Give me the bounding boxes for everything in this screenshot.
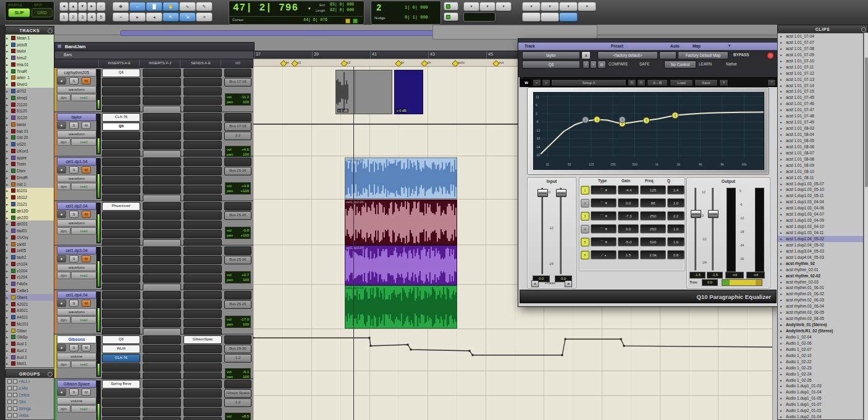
track-name[interactable]: cel1.dp1.04	[57, 158, 96, 166]
volume-pan-readout[interactable]: vol-11.2pan100	[225, 93, 251, 106]
empty-insert-slot[interactable]	[143, 291, 181, 300]
clip-disclosure-icon[interactable]: ▸	[780, 248, 782, 254]
zoom-icon-button[interactable]: ⌕	[96, 2, 106, 11]
clips-list-item[interactable]: ▸acst rhythm.03_06-05	[778, 309, 863, 316]
empty-insert-slot[interactable]	[143, 122, 181, 131]
empty-insert-slot[interactable]	[143, 132, 181, 140]
band-enable-button[interactable]: 4	[581, 225, 589, 233]
empty-insert-slot[interactable]	[183, 345, 222, 353]
empty-insert-slot[interactable]	[143, 309, 181, 318]
group-enable-icon[interactable]	[7, 413, 12, 418]
clips-scrollbar[interactable]	[864, 33, 868, 420]
clip-disclosure-icon[interactable]: ▸	[780, 353, 782, 359]
clips-list-item[interactable]: ▸acst 1.01_07-12	[778, 70, 863, 77]
empty-insert-slot[interactable]	[183, 211, 222, 220]
track-header[interactable]: cel1.dp3.04●SMwaveformdynreadBus 25-26vo…	[54, 246, 253, 290]
band-type-selector[interactable]: ⌒ ▾	[591, 185, 617, 195]
clip-disclosure-icon[interactable]: ▸	[780, 261, 782, 267]
track-mute-button[interactable]: M	[82, 300, 91, 307]
clip-disclosure-icon[interactable]: ▸	[780, 144, 782, 150]
empty-insert-slot[interactable]	[143, 230, 181, 238]
tracks-list-item[interactable]: ▸GibSp	[6, 334, 54, 340]
groups-list-item[interactable]: Strings	[6, 405, 54, 412]
track-automation-mode[interactable]: read	[71, 138, 96, 146]
track-show-icon[interactable]: ▸	[6, 262, 10, 266]
column-header-inserts-fj[interactable]: INSERTS F-J	[139, 59, 180, 67]
track-dyn-button[interactable]: dyn	[57, 183, 70, 190]
io-input-selector[interactable]	[224, 246, 251, 255]
empty-insert-slot[interactable]	[143, 398, 181, 407]
track-show-icon[interactable]: ▸	[6, 222, 10, 226]
track-automation-mode[interactable]: read	[71, 94, 96, 101]
clip-disclosure-icon[interactable]: ▸	[780, 371, 782, 377]
volume-pan-readout[interactable]: vol+4.8pan+100	[225, 182, 251, 195]
edit-tool-button[interactable]: ✋	[162, 2, 179, 11]
groups-list-item[interactable]: <ALL>	[6, 378, 54, 385]
empty-insert-slot[interactable]	[102, 78, 140, 86]
track-show-icon[interactable]: ▸	[6, 282, 10, 286]
insert-assignment[interactable]: Q6	[102, 122, 140, 131]
volume-pan-readout[interactable]: vol-17.0pan100	[225, 316, 251, 328]
track-solo-button[interactable]: S	[69, 255, 78, 262]
empty-insert-slot[interactable]	[183, 363, 222, 372]
tracks-list-item[interactable]: ▸Disnr	[6, 167, 54, 174]
track-solo-button[interactable]: S	[69, 388, 78, 396]
tracks-list-item[interactable]: ▸inst 1	[6, 181, 54, 188]
clip-disclosure-icon[interactable]: ▸	[780, 346, 782, 353]
empty-insert-slot[interactable]	[143, 185, 181, 194]
track-show-icon[interactable]: ▸	[6, 242, 10, 246]
edit-aux-button[interactable]: ▸	[129, 12, 146, 22]
empty-insert-slot[interactable]	[183, 176, 222, 185]
clip-disclosure-icon[interactable]: ▸	[780, 279, 782, 285]
edit-tool-button[interactable]: ▐▌	[146, 2, 162, 11]
clips-list-item[interactable]: ▸acst 1.01_08-10	[778, 169, 863, 175]
tracks-list-item[interactable]: ▸31120	[6, 114, 54, 121]
clips-list-item[interactable]: ▸acst 1.01_08-04	[778, 132, 863, 138]
empty-insert-slot[interactable]	[183, 69, 222, 77]
save-button[interactable]: Save	[694, 79, 718, 86]
track-name[interactable]: cel1.dp3.04	[57, 246, 96, 254]
clip-disclosure-icon[interactable]: ▸	[780, 113, 782, 119]
band-q-value[interactable]: 2.2	[667, 211, 685, 220]
audio-clip[interactable]: cel1.dp4.04	[345, 285, 457, 329]
clips-list-item[interactable]: ▸acst 1.dup4.04_05-03	[778, 254, 863, 261]
group-enable-icon[interactable]	[7, 400, 12, 404]
edit-aux-button[interactable]: ⌁	[112, 12, 129, 22]
band-freq-value[interactable]: 250	[640, 224, 666, 233]
clips-list-item[interactable]: ▸acst 1.01_08-11	[778, 175, 863, 181]
audio-clip[interactable]: cel1.dp1.04	[345, 158, 457, 199]
clip-disclosure-icon[interactable]: ▸	[780, 64, 782, 70]
insert-assignment[interactable]: CLA-76	[102, 354, 140, 363]
track-show-icon[interactable]: ▸	[6, 135, 10, 140]
clips-list-item[interactable]: ▸acst 1.dup1.03_04-04	[778, 199, 863, 205]
empty-insert-slot[interactable]	[102, 300, 140, 309]
empty-insert-slot[interactable]	[183, 78, 222, 86]
input-fader[interactable]	[556, 189, 567, 197]
clip-disclosure-icon[interactable]: ▸	[780, 291, 782, 297]
clip-disclosure-icon[interactable]: ▸	[780, 107, 782, 113]
clip-disclosure-icon[interactable]: ▸	[780, 217, 782, 224]
io-input-selector[interactable]	[224, 380, 251, 388]
track-show-icon[interactable]: ▸	[6, 209, 10, 213]
track-record-button[interactable]: ●	[57, 344, 66, 351]
bypass-button[interactable]: BYPASS	[733, 51, 749, 58]
empty-insert-slot[interactable]	[183, 256, 222, 264]
eq-graph[interactable]: 1260-6-12-18-24-3031621252505001k2k4k8k1…	[533, 92, 764, 170]
safe-button[interactable]: SAFE	[639, 61, 649, 67]
setup-selector[interactable]: Setup A	[551, 79, 626, 86]
clip-disclosure-icon[interactable]: ▸	[780, 88, 782, 94]
right-toolbar-button[interactable]: ▾	[578, 2, 596, 11]
clips-list-item[interactable]: ▸Audio 1_02-04	[778, 334, 863, 340]
spot-mode-button[interactable]: SPOT	[34, 3, 43, 7]
counter-dropdown-icon[interactable]: ▾	[308, 6, 311, 11]
clips-list-item[interactable]: ▸acst rhythm_02-01	[778, 267, 863, 273]
tracks-list-item[interactable]: ▸gtr22D	[6, 214, 54, 221]
track-show-icon[interactable]: ▸	[6, 275, 10, 279]
zoom-icon-button[interactable]: ◄	[59, 2, 69, 11]
empty-insert-slot[interactable]	[102, 220, 140, 229]
volume-pan-readout[interactable]: vol+4.6pan100	[225, 146, 251, 158]
clips-list-item[interactable]: ▸Audio 1_02-23	[778, 365, 863, 371]
tracks-list-item[interactable]: ▸v1004	[6, 267, 54, 274]
insert-assignment[interactable]: Q6	[102, 335, 140, 344]
band-q-value[interactable]: 1.4	[667, 185, 685, 195]
